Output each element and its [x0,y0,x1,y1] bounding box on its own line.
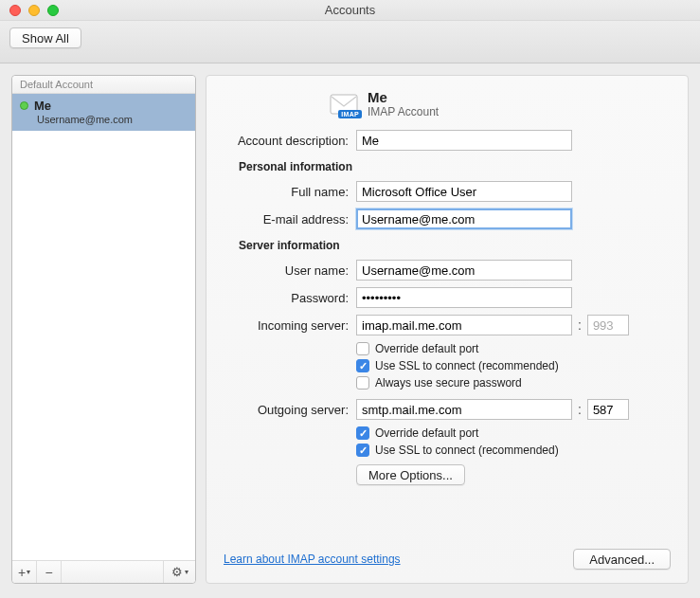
toolbar: Show All [0,21,700,63]
outgoing-use-ssl-checkbox[interactable] [356,444,369,457]
account-heading-name: Me [368,89,439,105]
label-full-name: Full name: [216,185,356,199]
sidebar-footer: +▾ − ⚙▾ [12,560,195,583]
full-name-input[interactable] [356,181,572,202]
imap-badge: IMAP [338,110,362,118]
section-server-info: Server information [239,239,671,252]
minimize-icon[interactable] [28,5,40,16]
label-description: Account description: [216,134,356,148]
section-personal-info: Personal information [239,160,671,173]
label-user-name: User name: [216,263,356,278]
label-email: E-mail address: [216,212,356,227]
close-icon[interactable] [9,5,21,16]
label-override-port: Override default port [375,342,478,355]
advanced-button[interactable]: Advanced... [573,549,671,570]
outgoing-server-input[interactable] [356,399,572,420]
outgoing-port-input[interactable] [587,399,629,420]
incoming-override-port-checkbox[interactable] [356,342,369,355]
account-heading: IMAP Me IMAP Account [330,89,671,118]
learn-imap-link[interactable]: Learn about IMAP account settings [224,553,401,566]
port-separator: : [572,402,587,417]
mail-imap-icon: IMAP [330,92,358,117]
titlebar: Accounts [0,0,700,21]
status-online-icon [20,101,28,110]
label-secure-password: Always use secure password [375,376,522,390]
account-heading-type: IMAP Account [368,105,439,118]
label-outgoing-server: Outgoing server: [216,403,356,417]
incoming-use-ssl-checkbox[interactable] [356,359,369,372]
outgoing-override-port-checkbox[interactable] [356,426,369,440]
sidebar-body [12,131,195,560]
incoming-port-input[interactable] [587,315,629,335]
incoming-server-input[interactable] [356,315,572,335]
label-use-ssl: Use SSL to connect (recommended) [375,359,559,372]
window-title: Accounts [0,0,700,21]
label-override-port-out: Override default port [375,426,478,440]
add-account-button[interactable]: +▾ [12,561,37,583]
label-incoming-server: Incoming server: [216,318,356,333]
label-password: Password: [216,291,356,305]
sidebar-header: Default Account [12,76,195,94]
zoom-icon[interactable] [47,5,59,16]
gear-menu-button[interactable]: ⚙▾ [163,561,195,583]
account-name: Me [34,99,51,113]
password-input[interactable] [356,287,572,308]
more-options-button[interactable]: More Options... [356,464,465,485]
account-list-item[interactable]: Me Username@me.com [12,94,195,131]
port-separator: : [572,317,587,333]
user-name-input[interactable] [356,260,572,281]
account-email: Username@me.com [37,114,188,125]
incoming-secure-password-checkbox[interactable] [356,376,369,390]
account-detail-panel: IMAP Me IMAP Account Account description… [206,75,689,584]
remove-account-button[interactable]: − [37,561,62,583]
accounts-sidebar: Default Account Me Username@me.com +▾ − … [11,75,196,584]
email-input[interactable] [356,208,572,229]
show-all-button[interactable]: Show All [9,27,81,48]
window-controls [9,5,59,16]
label-use-ssl-out: Use SSL to connect (recommended) [375,444,559,457]
description-input[interactable] [356,130,572,151]
